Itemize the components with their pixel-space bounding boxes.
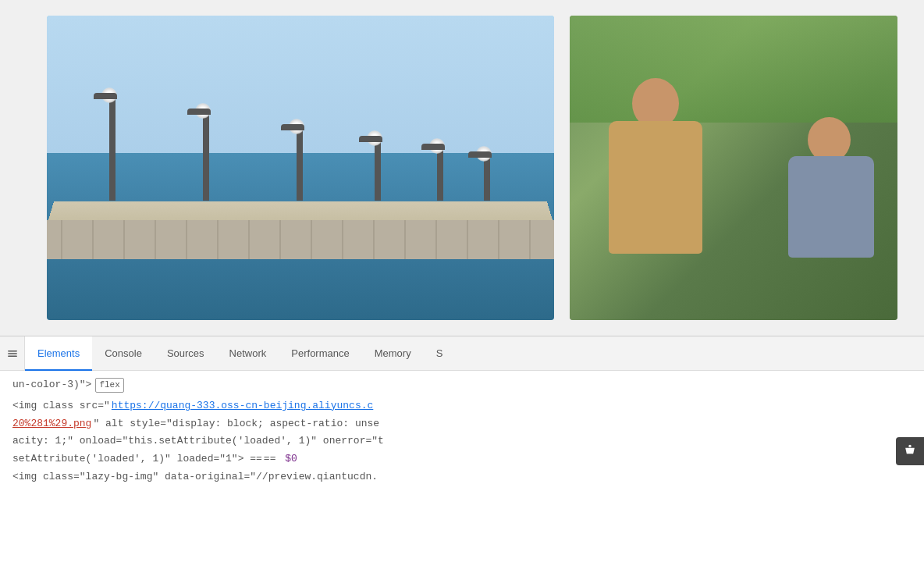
- left-image: [47, 16, 554, 320]
- bridge-scene: [47, 16, 554, 320]
- right-image: [570, 16, 897, 320]
- lamp-post-1: [109, 99, 116, 201]
- svg-point-3: [908, 445, 911, 447]
- code-link-2[interactable]: 20%281%29.png: [12, 416, 91, 432]
- tab-console[interactable]: Console: [92, 336, 155, 371]
- devtools-menu-icon[interactable]: [0, 336, 25, 371]
- tab-memory[interactable]: Memory: [362, 336, 424, 371]
- portrait-scene: [570, 16, 897, 320]
- accessibility-button[interactable]: [896, 437, 924, 465]
- code-line-3: acity: 1;" onload="this.setAttribute('lo…: [12, 433, 912, 450]
- tab-more[interactable]: S: [424, 336, 456, 371]
- code-line-2b: 20%281%29.png" alt style="display: block…: [12, 416, 912, 432]
- code-text-uncol: un-color-3)">: [12, 377, 91, 393]
- code-line-5: <img class="lazy-bg-img" data-original="…: [12, 469, 912, 486]
- lamp-post-3: [297, 130, 303, 201]
- tab-performance[interactable]: Performance: [279, 336, 361, 371]
- pier: [47, 77, 554, 259]
- svg-rect-2: [8, 356, 17, 358]
- code-img-tag: <img class src=": [12, 398, 110, 415]
- svg-rect-0: [8, 351, 17, 352]
- lamp-post-4: [375, 142, 381, 201]
- code-eq: ==: [264, 451, 276, 468]
- person-right-figure: [780, 117, 882, 297]
- lamp-post-5: [437, 150, 443, 201]
- code-line-1: un-color-3)"> flex: [12, 377, 912, 393]
- code-loaded-attr: setAttribute('loaded', 1)" loaded="1"> =…: [12, 451, 262, 468]
- tab-sources[interactable]: Sources: [155, 336, 217, 371]
- browser-content-area: [0, 0, 924, 336]
- code-link-1[interactable]: https://quang-333.oss-cn-beijing.aliyunc…: [112, 398, 373, 415]
- person-right-body: [788, 156, 874, 258]
- tab-elements[interactable]: Elements: [25, 336, 92, 371]
- code-img-suffix: " alt style="display: block; aspect-rati…: [93, 416, 379, 432]
- svg-rect-1: [8, 353, 17, 354]
- devtools-code-area: un-color-3)"> flex <img class src="https…: [0, 371, 924, 573]
- code-line-2: <img class src="https://quang-333.oss-cn…: [12, 398, 912, 415]
- person-left-body: [609, 121, 702, 254]
- code-lazy-img: <img class="lazy-bg-img" data-original="…: [12, 469, 378, 486]
- lamp-post-2: [203, 115, 209, 201]
- accessibility-icon: [902, 443, 918, 459]
- lamp-post-6: [484, 158, 490, 201]
- code-opacity-line: acity: 1;" onload="this.setAttribute('lo…: [12, 433, 384, 450]
- code-line-4: setAttribute('loaded', 1)" loaded="1"> =…: [12, 451, 912, 468]
- flex-badge[interactable]: flex: [95, 378, 123, 393]
- concrete-blocks: [47, 220, 554, 259]
- devtools-toolbar: Elements Console Sources Network Perform…: [0, 336, 924, 371]
- person-left-figure: [593, 78, 718, 297]
- tab-network[interactable]: Network: [217, 336, 279, 371]
- devtools-panel: Elements Console Sources Network Perform…: [0, 336, 924, 573]
- code-dollar-zero: $0: [285, 451, 297, 468]
